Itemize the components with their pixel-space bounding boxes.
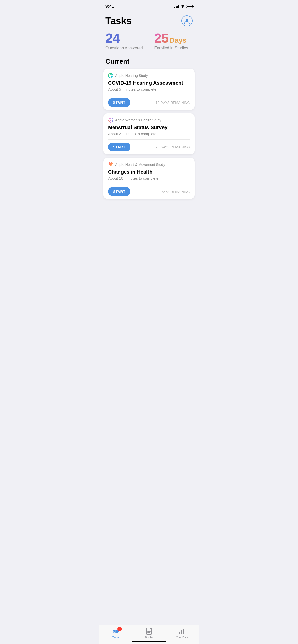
svg-point-5 [108,120,109,121]
card-body-hearing: Apple Hearing Study COVID-19 Hearing Ass… [103,69,195,95]
svg-point-2 [109,118,110,119]
svg-point-6 [110,120,111,121]
start-button-heart[interactable]: START [108,187,130,196]
hearing-study-name-text: Apple Hearing Study [115,74,148,78]
questions-number: 24 [105,32,144,45]
card-footer-hearing: START 10 DAYS REMAINING [103,95,195,110]
questions-label: Questions Answered [105,46,144,50]
heart-study-icon [108,162,113,167]
task-card-hearing: Apple Hearing Study COVID-19 Hearing Ass… [103,69,195,110]
study-name-womens: Apple Women's Health Study [108,118,190,123]
battery-icon [186,5,193,8]
days-remaining-hearing: 10 DAYS REMAINING [156,101,190,105]
start-button-hearing[interactable]: START [108,98,130,107]
womens-task-title: Menstrual Status Survey [108,125,190,130]
svg-point-1 [108,73,113,78]
questions-stat: 24 Questions Answered [105,32,144,50]
svg-point-3 [110,118,111,119]
hearing-task-title: COVID-19 Hearing Assessment [108,80,190,86]
person-icon [183,17,191,24]
card-footer-heart: START 28 DAYS REMAINING [103,184,195,199]
status-bar: 9:41 [99,0,199,11]
hearing-study-icon [108,73,113,78]
study-name-hearing: Apple Hearing Study [108,73,190,78]
current-section-title: Current [99,57,199,69]
enrolled-label: Enrolled in Studies [154,46,193,50]
page-title: Tasks [105,16,131,26]
card-body-womens: Apple Women's Health Study Menstrual Sta… [103,113,195,139]
womens-study-name-text: Apple Women's Health Study [115,118,161,122]
header: Tasks [99,11,199,32]
svg-point-9 [110,122,111,123]
svg-point-0 [186,19,188,21]
days-remaining-womens: 28 DAYS REMAINING [156,145,190,149]
status-icons [174,5,193,8]
profile-button[interactable] [181,15,193,26]
tasks-container: Apple Hearing Study COVID-19 Hearing Ass… [99,69,199,199]
heart-study-name-text: Apple Heart & Movement Study [115,163,165,167]
days-stat: 25 Days Enrolled in Studies [154,32,193,50]
signal-icon [174,5,179,8]
stats-divider [149,32,149,50]
wifi-icon [181,5,185,8]
svg-point-7 [112,120,113,121]
study-name-heart: Apple Heart & Movement Study [108,162,190,167]
svg-point-4 [112,118,113,119]
hearing-duration: About 5 minutes to complete [108,87,190,91]
task-card-heart: Apple Heart & Movement Study Changes in … [103,158,195,199]
heart-duration: About 10 minutes to complete [108,176,190,180]
days-number: 25 [154,32,169,45]
womens-study-icon [108,118,113,123]
card-footer-womens: START 28 DAYS REMAINING [103,140,195,154]
card-body-heart: Apple Heart & Movement Study Changes in … [103,158,195,184]
svg-point-8 [109,121,110,122]
heart-task-title: Changes in Health [108,169,190,175]
stats-row: 24 Questions Answered 25 Days Enrolled i… [99,32,199,57]
task-card-womens: Apple Women's Health Study Menstrual Sta… [103,113,195,154]
days-remaining-heart: 28 DAYS REMAINING [156,190,190,194]
svg-point-10 [112,121,113,122]
start-button-womens[interactable]: START [108,143,130,151]
days-label: Days [169,36,186,45]
womens-duration: About 2 minutes to complete [108,131,190,136]
status-time: 9:41 [105,4,114,9]
